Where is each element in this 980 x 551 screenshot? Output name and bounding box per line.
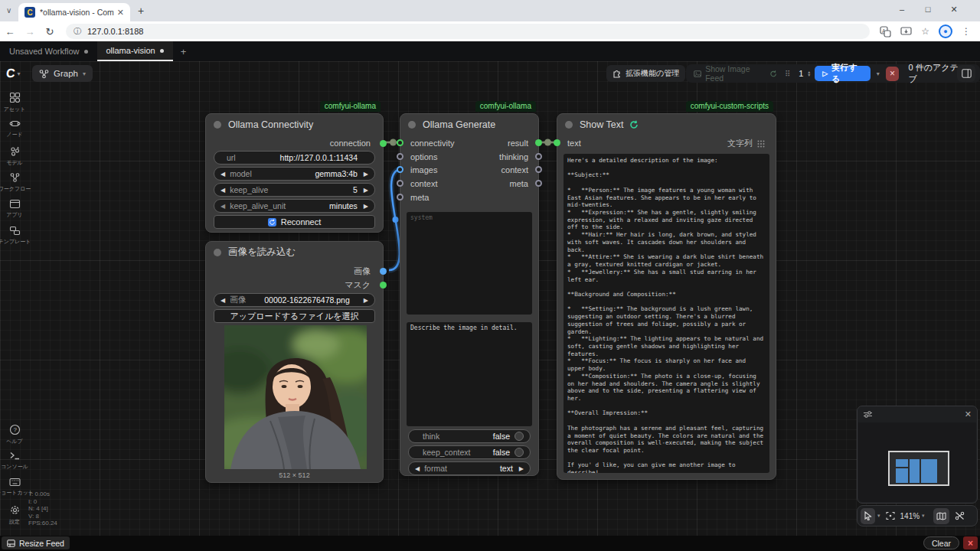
image-preview[interactable] xyxy=(224,325,367,469)
sidebar-item-nodes[interactable]: ノード xyxy=(0,119,29,139)
arrow-right-icon[interactable]: ▶ xyxy=(364,171,368,178)
port-options-input[interactable] xyxy=(397,153,403,160)
node-ollama-generate[interactable]: comfyui-ollama Ollama Generate connectiv… xyxy=(400,113,539,476)
sidebar-item-assets[interactable]: アセット xyxy=(0,92,29,113)
minimap-viewport[interactable] xyxy=(888,451,949,486)
forward-icon[interactable]: → xyxy=(20,26,40,37)
run-options-chevron-icon[interactable]: ▾ xyxy=(875,70,881,77)
url-field[interactable]: ⓘ 127.0.0.1:8188 xyxy=(66,24,870,39)
node-title-bar[interactable]: Ollama Connectivity xyxy=(206,114,383,135)
port-meta-input[interactable] xyxy=(397,194,403,201)
show-text-output[interactable]: Here's a detailed description of the ima… xyxy=(564,154,769,473)
clear-queue-button[interactable]: × xyxy=(886,67,900,81)
arrow-left-icon[interactable]: ◀ xyxy=(220,187,225,194)
widget-keep-context[interactable]: keep_context false xyxy=(408,445,531,459)
reconnect-button[interactable]: Reconnect xyxy=(214,215,375,229)
node-ollama-connectivity[interactable]: comfyui-ollama Ollama Connectivity conne… xyxy=(205,113,384,233)
translate-icon[interactable]: A xyxy=(880,26,891,37)
port-thinking-output[interactable] xyxy=(535,153,542,160)
drag-handle-icon[interactable]: ⠿ xyxy=(785,70,791,78)
browser-tab[interactable]: C *ollama-vision - ComfyUI ✕ xyxy=(18,3,130,21)
clear-feed-button[interactable]: Clear xyxy=(923,536,959,549)
arrow-right-icon[interactable]: ▶ xyxy=(364,203,368,210)
minimap-toggle-button[interactable] xyxy=(933,508,949,524)
sidebar-item-templates[interactable]: テンプレート xyxy=(0,226,29,246)
new-tab-button[interactable]: + xyxy=(138,5,144,17)
widget-image-file[interactable]: ◀ 画像 00002-1622676478.png ▶ xyxy=(214,293,375,307)
toggle-links-button[interactable] xyxy=(952,508,968,524)
collapse-dot-icon[interactable] xyxy=(214,121,221,129)
comfyui-logo-button[interactable]: C ▾ xyxy=(6,64,21,83)
arrow-left-icon[interactable]: ◀ xyxy=(220,203,225,210)
node-title-bar[interactable]: Show Text xyxy=(557,114,776,135)
minimap-canvas[interactable] xyxy=(858,422,976,502)
upload-file-button[interactable]: アップロードするファイルを選択 xyxy=(214,309,375,323)
resize-feed-button[interactable]: Resize Feed xyxy=(2,536,70,549)
profile-avatar[interactable]: ● xyxy=(939,24,952,38)
minimap-panel[interactable]: ✕ xyxy=(857,406,978,504)
browser-menu-icon[interactable]: ⋮ xyxy=(962,26,971,37)
window-maximize-button[interactable]: □ xyxy=(917,5,939,14)
show-image-feed-button[interactable]: Show Image Feed xyxy=(691,64,780,83)
port-context-output[interactable] xyxy=(535,166,542,173)
fit-view-button[interactable] xyxy=(883,508,898,524)
minimap-close-icon[interactable]: ✕ xyxy=(965,409,972,419)
pointer-tool-button[interactable] xyxy=(861,508,875,524)
collapse-dot-icon[interactable] xyxy=(565,121,573,129)
widget-keep-alive-unit[interactable]: ◀ keep_alive_unit minutes ▶ xyxy=(214,199,375,213)
port-connectivity-input[interactable] xyxy=(397,139,403,146)
node-title-bar[interactable]: 画像を読み込む xyxy=(206,242,383,262)
install-app-icon[interactable] xyxy=(900,26,912,37)
sidebar-item-apps[interactable]: アプリ xyxy=(0,199,29,219)
graph-breadcrumb[interactable]: Graph ▾ xyxy=(32,65,93,82)
sidebar-item-models[interactable]: モデル xyxy=(0,145,29,167)
prompt-textarea[interactable]: Describe the image in detail. xyxy=(407,322,532,426)
arrow-right-icon[interactable]: ▶ xyxy=(364,297,368,304)
sidebar-item-console[interactable]: コンソール xyxy=(0,451,29,471)
arrow-left-icon[interactable]: ◀ xyxy=(220,297,225,304)
port-context-input[interactable] xyxy=(397,180,403,187)
toggle-knob[interactable] xyxy=(514,432,524,441)
arrow-left-icon[interactable]: ◀ xyxy=(220,171,225,178)
sidebar-item-settings[interactable]: 設定 xyxy=(0,504,29,526)
new-workflow-button[interactable]: + xyxy=(173,41,194,61)
widget-keep-alive[interactable]: ◀ keep_alive 5 ▶ xyxy=(214,183,375,197)
sidebar-item-help[interactable]: ? ヘルプ xyxy=(0,424,29,445)
minimap-settings-icon[interactable] xyxy=(863,410,873,419)
tool-chevron-icon[interactable]: ▾ xyxy=(877,513,880,519)
port-text-input[interactable] xyxy=(554,139,560,146)
toggle-knob[interactable] xyxy=(514,448,524,457)
bookmark-star-icon[interactable]: ☆ xyxy=(921,26,929,37)
port-meta-output[interactable] xyxy=(535,180,542,187)
port-result-output[interactable] xyxy=(535,139,542,146)
zoom-level[interactable]: 141% xyxy=(900,512,920,520)
widget-model[interactable]: ◀ model gemma3:4b ▶ xyxy=(214,167,375,181)
workflow-tab-unsaved[interactable]: Unsaved Workflow xyxy=(0,41,97,61)
port-connection-output[interactable] xyxy=(380,140,387,147)
arrow-left-icon[interactable]: ◀ xyxy=(415,465,420,472)
port-images-input[interactable] xyxy=(397,166,403,173)
reload-icon[interactable]: ↻ xyxy=(40,26,60,37)
close-feed-button[interactable]: × xyxy=(963,536,978,549)
collapse-dot-icon[interactable] xyxy=(214,249,221,256)
window-close-button[interactable]: ✕ xyxy=(943,5,965,15)
node-load-image[interactable]: 画像を読み込む 画像 マスク ◀ 画像 00002-1622676478.png… xyxy=(205,241,384,483)
zoom-chevron-icon[interactable]: ▾ xyxy=(922,513,925,519)
node-show-text[interactable]: comfyui-custom-scripts Show Text text 文字… xyxy=(557,113,776,480)
node-title-bar[interactable]: Ollama Generate xyxy=(400,114,538,135)
sidebar-toggle-button[interactable] xyxy=(957,65,975,82)
batch-count-stepper[interactable]: 1 ▴▾ xyxy=(795,69,810,78)
widget-format[interactable]: ◀ format text ▶ xyxy=(408,461,531,475)
arrow-right-icon[interactable]: ▶ xyxy=(519,465,524,472)
widget-url[interactable]: url http://127.0.0.1:11434 xyxy=(214,151,375,165)
back-icon[interactable]: ← xyxy=(0,26,20,37)
system-textarea[interactable]: system xyxy=(407,212,532,315)
run-button[interactable]: ▷ 実行する xyxy=(815,66,870,81)
collapse-dot-icon[interactable] xyxy=(408,121,416,129)
tab-search-icon[interactable]: ∨ xyxy=(6,6,11,15)
workflow-tab-active[interactable]: ollama-vision xyxy=(97,41,173,61)
stepper-arrows-icon[interactable]: ▴▾ xyxy=(808,70,810,77)
manage-extensions-button[interactable]: 拡張機能の管理 xyxy=(606,65,685,82)
sidebar-item-workflows[interactable]: ワークフロー xyxy=(0,172,29,193)
arrow-right-icon[interactable]: ▶ xyxy=(364,187,368,194)
